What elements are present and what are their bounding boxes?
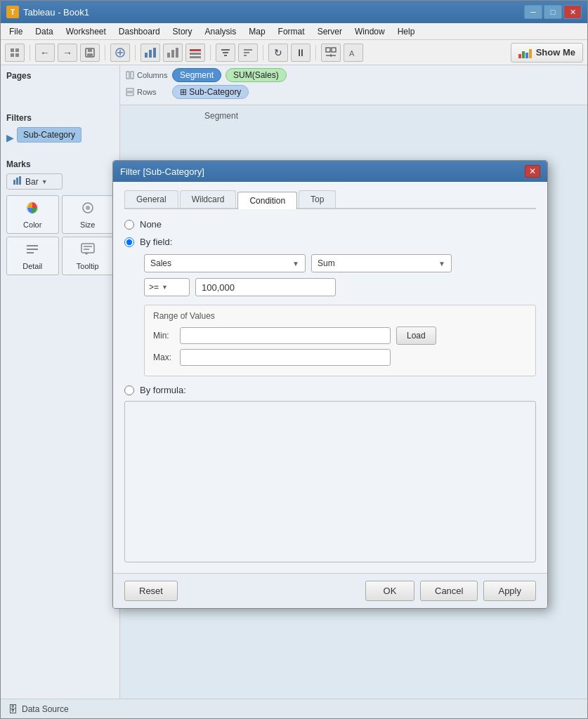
operator-value-row: >= ▼ // set value after parse	[144, 278, 536, 296]
max-row: Max:	[153, 349, 527, 366]
max-label: Max:	[153, 352, 174, 362]
tab-wildcard[interactable]: Wildcard	[180, 190, 237, 208]
load-button[interactable]: Load	[396, 326, 436, 345]
tab-general[interactable]: General	[124, 190, 178, 208]
min-row: Min: Load	[153, 326, 527, 345]
formula-textarea[interactable]	[124, 401, 536, 562]
range-title: Range of Values	[153, 311, 527, 321]
formula-label-row: By formula:	[124, 385, 536, 395]
ok-button[interactable]: OK	[365, 581, 414, 601]
dialog-close-button[interactable]: ✕	[525, 165, 540, 178]
tab-condition[interactable]: Condition	[237, 192, 297, 209]
aggregation-dropdown-arrow: ▼	[438, 260, 445, 268]
field-dropdown-row: Sales ▼ Sum ▼	[144, 254, 536, 272]
min-input[interactable]	[180, 327, 391, 344]
dialog-footer: Reset OK Cancel Apply	[113, 573, 547, 608]
field-controls: Sales ▼ Sum ▼ >= ▼	[144, 254, 536, 376]
by-formula-label[interactable]: By formula:	[140, 385, 186, 395]
cancel-button[interactable]: Cancel	[420, 581, 478, 601]
formula-section: By formula:	[124, 385, 536, 565]
range-of-values-box: Range of Values Min: Load Max:	[144, 305, 536, 376]
none-radio-label[interactable]: None	[140, 219, 162, 230]
field-dropdown[interactable]: Sales ▼	[144, 254, 306, 272]
field-dropdown-arrow: ▼	[292, 260, 299, 268]
main-window: T Tableau - Book1 ─ □ ✕ File Data Worksh…	[0, 0, 588, 719]
max-input[interactable]	[180, 349, 391, 366]
none-radio[interactable]	[124, 220, 134, 230]
dialog-titlebar: Filter [Sub-Category] ✕	[113, 161, 547, 182]
operator-dropdown[interactable]: >= ▼	[144, 278, 190, 296]
dialog-overlay: Filter [Sub-Category] ✕ General Wildcard…	[0, 0, 588, 719]
reset-button[interactable]: Reset	[124, 581, 178, 601]
by-formula-radio[interactable]	[124, 385, 134, 395]
none-radio-row: None	[124, 219, 536, 230]
by-field-radio[interactable]	[124, 237, 134, 247]
by-field-radio-label[interactable]: By field:	[140, 237, 172, 247]
value-input[interactable]	[195, 278, 336, 296]
dialog-body: General Wildcard Condition Top None By f…	[113, 182, 547, 573]
min-label: Min:	[153, 331, 174, 341]
dialog-title: Filter [Sub-Category]	[120, 166, 525, 177]
tab-top[interactable]: Top	[299, 190, 336, 208]
aggregation-dropdown[interactable]: Sum ▼	[311, 254, 452, 272]
filter-dialog: Filter [Sub-Category] ✕ General Wildcard…	[112, 160, 548, 609]
by-field-radio-row: By field:	[124, 237, 536, 247]
operator-arrow: ▼	[162, 284, 168, 291]
dialog-tab-bar: General Wildcard Condition Top	[124, 190, 536, 209]
apply-button[interactable]: Apply	[483, 581, 536, 601]
